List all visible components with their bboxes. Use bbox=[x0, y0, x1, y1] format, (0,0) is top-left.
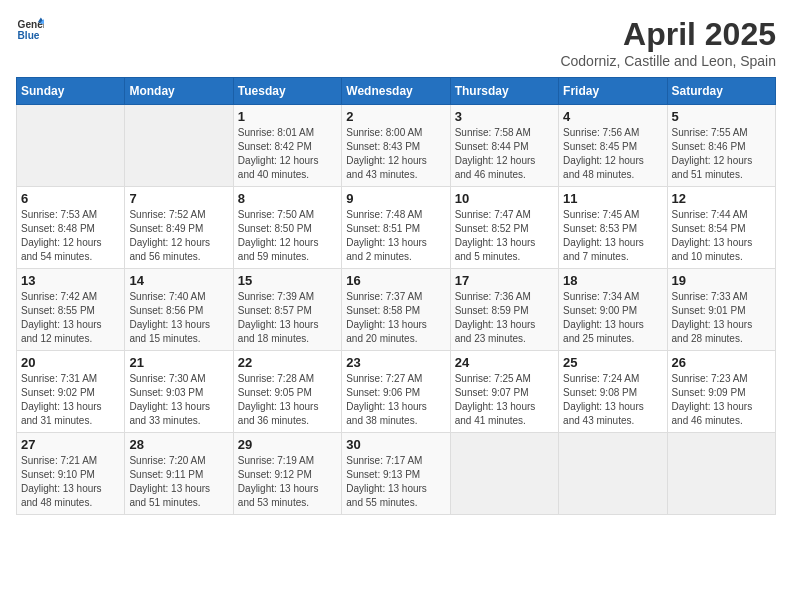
calendar-week-row: 6Sunrise: 7:53 AM Sunset: 8:48 PM Daylig… bbox=[17, 187, 776, 269]
day-info: Sunrise: 7:52 AM Sunset: 8:49 PM Dayligh… bbox=[129, 208, 228, 264]
calendar-cell: 20Sunrise: 7:31 AM Sunset: 9:02 PM Dayli… bbox=[17, 351, 125, 433]
day-info: Sunrise: 7:48 AM Sunset: 8:51 PM Dayligh… bbox=[346, 208, 445, 264]
calendar-cell: 18Sunrise: 7:34 AM Sunset: 9:00 PM Dayli… bbox=[559, 269, 667, 351]
header: General Blue April 2025 Codorniz, Castil… bbox=[16, 16, 776, 69]
calendar-cell: 28Sunrise: 7:20 AM Sunset: 9:11 PM Dayli… bbox=[125, 433, 233, 515]
weekday-header: Wednesday bbox=[342, 78, 450, 105]
day-info: Sunrise: 7:23 AM Sunset: 9:09 PM Dayligh… bbox=[672, 372, 771, 428]
calendar-cell: 24Sunrise: 7:25 AM Sunset: 9:07 PM Dayli… bbox=[450, 351, 558, 433]
logo: General Blue bbox=[16, 16, 44, 44]
weekday-header: Sunday bbox=[17, 78, 125, 105]
day-info: Sunrise: 7:47 AM Sunset: 8:52 PM Dayligh… bbox=[455, 208, 554, 264]
day-info: Sunrise: 7:58 AM Sunset: 8:44 PM Dayligh… bbox=[455, 126, 554, 182]
day-info: Sunrise: 8:01 AM Sunset: 8:42 PM Dayligh… bbox=[238, 126, 337, 182]
day-info: Sunrise: 7:28 AM Sunset: 9:05 PM Dayligh… bbox=[238, 372, 337, 428]
calendar-cell: 9Sunrise: 7:48 AM Sunset: 8:51 PM Daylig… bbox=[342, 187, 450, 269]
day-number: 17 bbox=[455, 273, 554, 288]
calendar-cell bbox=[667, 433, 775, 515]
day-info: Sunrise: 7:19 AM Sunset: 9:12 PM Dayligh… bbox=[238, 454, 337, 510]
calendar-week-row: 1Sunrise: 8:01 AM Sunset: 8:42 PM Daylig… bbox=[17, 105, 776, 187]
day-number: 6 bbox=[21, 191, 120, 206]
day-info: Sunrise: 7:42 AM Sunset: 8:55 PM Dayligh… bbox=[21, 290, 120, 346]
logo-icon: General Blue bbox=[16, 16, 44, 44]
day-info: Sunrise: 7:40 AM Sunset: 8:56 PM Dayligh… bbox=[129, 290, 228, 346]
calendar-cell: 4Sunrise: 7:56 AM Sunset: 8:45 PM Daylig… bbox=[559, 105, 667, 187]
day-number: 10 bbox=[455, 191, 554, 206]
day-number: 7 bbox=[129, 191, 228, 206]
calendar-cell: 29Sunrise: 7:19 AM Sunset: 9:12 PM Dayli… bbox=[233, 433, 341, 515]
calendar-cell: 13Sunrise: 7:42 AM Sunset: 8:55 PM Dayli… bbox=[17, 269, 125, 351]
day-number: 26 bbox=[672, 355, 771, 370]
day-number: 3 bbox=[455, 109, 554, 124]
day-number: 15 bbox=[238, 273, 337, 288]
day-info: Sunrise: 7:34 AM Sunset: 9:00 PM Dayligh… bbox=[563, 290, 662, 346]
calendar-cell bbox=[125, 105, 233, 187]
day-number: 12 bbox=[672, 191, 771, 206]
day-number: 20 bbox=[21, 355, 120, 370]
day-info: Sunrise: 7:20 AM Sunset: 9:11 PM Dayligh… bbox=[129, 454, 228, 510]
calendar-cell: 21Sunrise: 7:30 AM Sunset: 9:03 PM Dayli… bbox=[125, 351, 233, 433]
calendar-cell: 1Sunrise: 8:01 AM Sunset: 8:42 PM Daylig… bbox=[233, 105, 341, 187]
day-number: 8 bbox=[238, 191, 337, 206]
day-info: Sunrise: 8:00 AM Sunset: 8:43 PM Dayligh… bbox=[346, 126, 445, 182]
day-number: 2 bbox=[346, 109, 445, 124]
svg-text:Blue: Blue bbox=[18, 30, 40, 41]
main-title: April 2025 bbox=[560, 16, 776, 53]
calendar-cell: 2Sunrise: 8:00 AM Sunset: 8:43 PM Daylig… bbox=[342, 105, 450, 187]
weekday-header: Monday bbox=[125, 78, 233, 105]
day-info: Sunrise: 7:50 AM Sunset: 8:50 PM Dayligh… bbox=[238, 208, 337, 264]
day-number: 30 bbox=[346, 437, 445, 452]
calendar-cell bbox=[559, 433, 667, 515]
day-info: Sunrise: 7:21 AM Sunset: 9:10 PM Dayligh… bbox=[21, 454, 120, 510]
day-info: Sunrise: 7:56 AM Sunset: 8:45 PM Dayligh… bbox=[563, 126, 662, 182]
weekday-header: Friday bbox=[559, 78, 667, 105]
title-area: April 2025 Codorniz, Castille and Leon, … bbox=[560, 16, 776, 69]
calendar-cell: 16Sunrise: 7:37 AM Sunset: 8:58 PM Dayli… bbox=[342, 269, 450, 351]
day-number: 28 bbox=[129, 437, 228, 452]
day-info: Sunrise: 7:53 AM Sunset: 8:48 PM Dayligh… bbox=[21, 208, 120, 264]
day-info: Sunrise: 7:55 AM Sunset: 8:46 PM Dayligh… bbox=[672, 126, 771, 182]
day-number: 27 bbox=[21, 437, 120, 452]
calendar-cell: 22Sunrise: 7:28 AM Sunset: 9:05 PM Dayli… bbox=[233, 351, 341, 433]
calendar-cell bbox=[450, 433, 558, 515]
calendar-week-row: 13Sunrise: 7:42 AM Sunset: 8:55 PM Dayli… bbox=[17, 269, 776, 351]
day-info: Sunrise: 7:33 AM Sunset: 9:01 PM Dayligh… bbox=[672, 290, 771, 346]
calendar-cell bbox=[17, 105, 125, 187]
day-info: Sunrise: 7:44 AM Sunset: 8:54 PM Dayligh… bbox=[672, 208, 771, 264]
calendar-cell: 26Sunrise: 7:23 AM Sunset: 9:09 PM Dayli… bbox=[667, 351, 775, 433]
day-info: Sunrise: 7:25 AM Sunset: 9:07 PM Dayligh… bbox=[455, 372, 554, 428]
calendar-cell: 7Sunrise: 7:52 AM Sunset: 8:49 PM Daylig… bbox=[125, 187, 233, 269]
calendar-cell: 3Sunrise: 7:58 AM Sunset: 8:44 PM Daylig… bbox=[450, 105, 558, 187]
day-info: Sunrise: 7:30 AM Sunset: 9:03 PM Dayligh… bbox=[129, 372, 228, 428]
day-number: 14 bbox=[129, 273, 228, 288]
calendar-cell: 5Sunrise: 7:55 AM Sunset: 8:46 PM Daylig… bbox=[667, 105, 775, 187]
day-number: 23 bbox=[346, 355, 445, 370]
calendar-cell: 23Sunrise: 7:27 AM Sunset: 9:06 PM Dayli… bbox=[342, 351, 450, 433]
day-number: 16 bbox=[346, 273, 445, 288]
calendar-cell: 12Sunrise: 7:44 AM Sunset: 8:54 PM Dayli… bbox=[667, 187, 775, 269]
day-number: 4 bbox=[563, 109, 662, 124]
calendar-cell: 11Sunrise: 7:45 AM Sunset: 8:53 PM Dayli… bbox=[559, 187, 667, 269]
calendar-week-row: 27Sunrise: 7:21 AM Sunset: 9:10 PM Dayli… bbox=[17, 433, 776, 515]
day-number: 25 bbox=[563, 355, 662, 370]
day-number: 13 bbox=[21, 273, 120, 288]
day-info: Sunrise: 7:36 AM Sunset: 8:59 PM Dayligh… bbox=[455, 290, 554, 346]
weekday-header: Tuesday bbox=[233, 78, 341, 105]
calendar-cell: 17Sunrise: 7:36 AM Sunset: 8:59 PM Dayli… bbox=[450, 269, 558, 351]
day-number: 18 bbox=[563, 273, 662, 288]
weekday-header-row: SundayMondayTuesdayWednesdayThursdayFrid… bbox=[17, 78, 776, 105]
calendar-cell: 27Sunrise: 7:21 AM Sunset: 9:10 PM Dayli… bbox=[17, 433, 125, 515]
day-info: Sunrise: 7:17 AM Sunset: 9:13 PM Dayligh… bbox=[346, 454, 445, 510]
weekday-header: Thursday bbox=[450, 78, 558, 105]
day-number: 9 bbox=[346, 191, 445, 206]
day-number: 5 bbox=[672, 109, 771, 124]
day-number: 1 bbox=[238, 109, 337, 124]
day-info: Sunrise: 7:39 AM Sunset: 8:57 PM Dayligh… bbox=[238, 290, 337, 346]
calendar-cell: 6Sunrise: 7:53 AM Sunset: 8:48 PM Daylig… bbox=[17, 187, 125, 269]
weekday-header: Saturday bbox=[667, 78, 775, 105]
day-info: Sunrise: 7:37 AM Sunset: 8:58 PM Dayligh… bbox=[346, 290, 445, 346]
day-number: 29 bbox=[238, 437, 337, 452]
calendar-cell: 14Sunrise: 7:40 AM Sunset: 8:56 PM Dayli… bbox=[125, 269, 233, 351]
calendar-table: SundayMondayTuesdayWednesdayThursdayFrid… bbox=[16, 77, 776, 515]
day-number: 22 bbox=[238, 355, 337, 370]
